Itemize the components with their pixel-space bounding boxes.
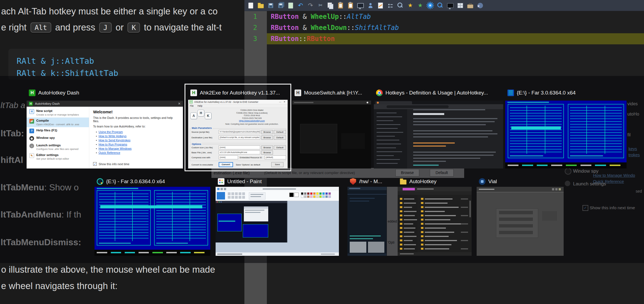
folder-icon: [400, 227, 402, 229]
palette-color: [304, 192, 306, 195]
alt-tab-item-far-2[interactable]: {E:\} - Far 3.0.6364.0 x64: [94, 175, 210, 256]
toc-line: [377, 120, 393, 121]
decor: [300, 124, 337, 153]
resource-field: (default): [265, 155, 286, 159]
settings-gear-icon[interactable]: [427, 2, 434, 9]
checkbox: ✓: [93, 162, 97, 166]
copy-icon[interactable]: [327, 2, 334, 9]
default-button: Default: [274, 130, 286, 134]
alt-tab-item-mouseswitch[interactable]: H MouseSwitch.ahk [H:\Y...: [292, 86, 371, 168]
window-title-text: Untitled - Paint: [227, 178, 262, 185]
alt-tab-item-ahk2exe[interactable]: H Ahk2Exe for AutoHotkey v1.1.37... H Ah…: [188, 86, 288, 168]
explorer-thumb: [398, 187, 472, 256]
new-from-template-icon[interactable]: [287, 2, 294, 9]
nav-label-line: [404, 240, 413, 241]
folder-icon: [421, 210, 423, 212]
code-line[interactable]: RButton & WheelDown::ShiftAltTab: [267, 22, 644, 33]
decor: [216, 201, 287, 203]
decor: [350, 201, 369, 201]
edit-script-icon[interactable]: [377, 2, 384, 9]
toolbox-icon[interactable]: [467, 2, 474, 9]
nav-label-line: [404, 198, 414, 200]
decor: [555, 188, 558, 190]
browse-button: Browse: [261, 130, 273, 134]
file-label-line: [425, 228, 446, 229]
toc-line: [377, 163, 398, 164]
alt-tab-item-explorer-autohotkey[interactable]: AutoHotkey: [398, 175, 472, 256]
keycap-a: A: [190, 113, 197, 119]
window-title-text: AutoHotkey: [409, 178, 436, 185]
text-line: [413, 133, 497, 134]
toolbox-icon: [467, 4, 473, 8]
text-line: [413, 121, 495, 122]
far-file-rows: [99, 193, 148, 240]
cut-icon[interactable]: ✂: [317, 2, 324, 9]
alt-tab-item-autohotkey-dash[interactable]: H AutoHotkey Dash H AutoHotkey Dash ✕ HN…: [27, 86, 183, 168]
docs-text: or: [116, 22, 124, 33]
far-keybar: [505, 162, 627, 168]
alt-tab-item-chrome-hotkeys[interactable]: Hotkeys - Definition & Usage | AutoHotke…: [374, 86, 503, 168]
alt-tab-item-paint[interactable]: Untitled - Paint: [216, 175, 339, 256]
window-grid-icon[interactable]: [457, 2, 464, 9]
dash-item-text: CompileOpen Ahk2Exe - convert .ahk to .e…: [36, 119, 79, 126]
welcome-heading: Welcome!: [93, 109, 179, 114]
folder-icon: [400, 223, 402, 225]
new-file-icon[interactable]: [247, 2, 254, 9]
dash-item-title: Window spy: [36, 136, 55, 140]
bullet: •: [96, 151, 97, 154]
window-title: {E:\} - Far 3.0.6364.0 x64: [505, 89, 627, 97]
screen-preview-icon[interactable]: [357, 2, 364, 9]
code-token: WheelUp: [311, 13, 339, 21]
docs-paragraph-top: ach Alt-Tab hotkey must be either a sing…: [1, 6, 218, 17]
alt-tab-item-hw[interactable]: /hw/ - M...: [347, 175, 387, 256]
decor: [367, 102, 368, 103]
clipboard-icon[interactable]: [347, 2, 354, 9]
nav-label-line: [404, 232, 414, 233]
tool-icon: [231, 192, 234, 195]
dash-item-sub: Create a script or manage templates: [36, 113, 79, 116]
folder-icon: [421, 223, 423, 225]
scrollbar[interactable]: [469, 201, 471, 217]
thumbnail-autohotkey-dash: H AutoHotkey Dash ✕ HNew scriptCreate a …: [27, 101, 183, 168]
close-icon[interactable]: ×: [477, 2, 484, 9]
text-line: [413, 158, 480, 159]
credit-line: ©2011-2016 fincs: [218, 114, 286, 117]
editor-code-area[interactable]: RButton & WheelUp::AltTab RButton & Whee…: [267, 11, 644, 67]
far-icon: [97, 178, 103, 185]
far-panel: [154, 190, 208, 245]
far-key: [139, 252, 149, 253]
dash-item: ✎Editor settingsSet your default script …: [27, 152, 89, 162]
code-line[interactable]: RButton & WheelUp::AltTab: [267, 11, 644, 22]
text-line: [413, 161, 446, 162]
redo-icon[interactable]: ↷: [307, 2, 314, 9]
line-number: 2: [244, 22, 257, 33]
user-icon[interactable]: [367, 2, 374, 9]
find-icon[interactable]: [437, 2, 444, 9]
favorites-icon[interactable]: ★: [407, 2, 414, 9]
mini-far-panel: [243, 224, 268, 237]
line-number: 3: [244, 33, 257, 44]
dash-item: ?Help files (F1): [27, 127, 89, 135]
palette-color: [316, 195, 319, 198]
alt-tab-item-vial[interactable]: Vial: [477, 175, 564, 256]
code-line-current[interactable]: RButton::RButton: [267, 33, 644, 44]
save-all-icon[interactable]: [277, 2, 284, 9]
undo-icon[interactable]: ↶: [297, 2, 304, 9]
far-key: [566, 165, 577, 166]
open-file-icon[interactable]: [257, 2, 264, 9]
paste-icon[interactable]: [337, 2, 344, 9]
alt-tab-item-far-1[interactable]: {E:\} - Far 3.0.6364.0 x64: [505, 86, 627, 168]
run-script-icon[interactable]: ★: [417, 2, 424, 9]
zoom-icon[interactable]: [397, 2, 404, 9]
file-label-line: [425, 236, 449, 237]
palette-color: [304, 195, 306, 198]
chrome-thumb-sidebar: [374, 109, 407, 168]
window-title: AutoHotkey: [398, 177, 472, 186]
console-icon[interactable]: [447, 2, 454, 9]
save-icon[interactable]: [267, 2, 274, 9]
dash-thumb-links: •Using the Program•How to Write Hotkeys•…: [93, 130, 179, 154]
screen-preview-icon: [357, 3, 364, 8]
dash-link-row: •Quick Reference: [96, 151, 179, 154]
outline-icon[interactable]: [387, 2, 394, 9]
dash-item-sub: Set your default script editor: [36, 157, 69, 160]
